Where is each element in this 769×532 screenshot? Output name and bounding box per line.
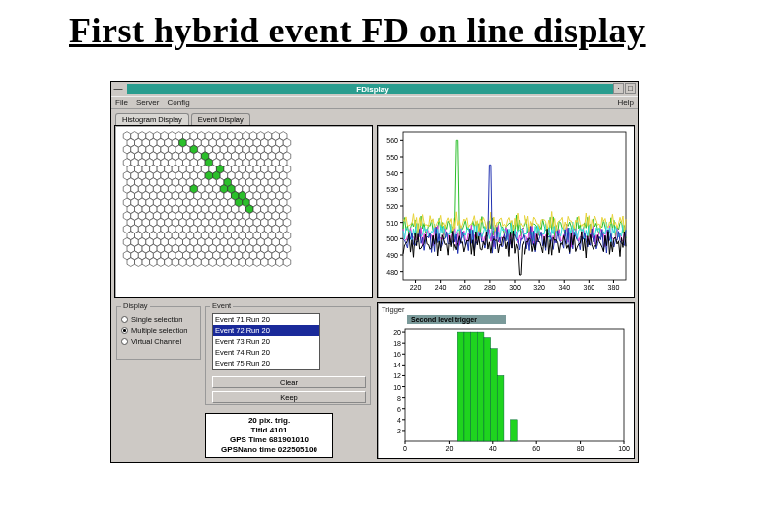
svg-text:2: 2 <box>397 428 401 434</box>
camera-pixel[interactable] <box>231 258 239 267</box>
maximize-icon[interactable]: □ <box>625 83 636 94</box>
menu-help[interactable]: Help <box>618 99 634 107</box>
info-tltid: TltId 4101 <box>210 426 328 435</box>
trigger-bar <box>497 375 504 441</box>
camera-pixel[interactable] <box>201 258 209 267</box>
camera-pixel[interactable] <box>135 258 143 267</box>
tab-histogram-display[interactable]: Histogram Display <box>115 113 189 125</box>
camera-pixel[interactable] <box>224 258 232 267</box>
camera-pixel[interactable] <box>179 258 187 267</box>
list-item[interactable]: Event 72 Run 20 <box>213 325 319 336</box>
svg-text:510: 510 <box>386 220 398 227</box>
svg-text:4: 4 <box>397 417 401 424</box>
trigger-bar <box>471 332 478 441</box>
trigger-bar <box>484 338 491 441</box>
camera-pixel[interactable] <box>216 258 224 267</box>
svg-text:540: 540 <box>386 170 398 177</box>
minimize-icon[interactable]: · <box>613 83 624 94</box>
svg-text:260: 260 <box>459 284 471 291</box>
svg-text:0: 0 <box>403 445 407 452</box>
camera-pixel[interactable] <box>239 258 246 267</box>
radio-virtual-channel[interactable]: Virtual Channel <box>121 337 196 346</box>
window-title: FDisplay <box>127 84 618 94</box>
svg-text:360: 360 <box>583 284 594 291</box>
camera-pixel[interactable] <box>142 258 150 267</box>
clear-button[interactable]: Clear <box>212 376 366 388</box>
camera-pixel[interactable] <box>127 258 135 267</box>
svg-text:520: 520 <box>386 203 398 210</box>
window-titlebar[interactable]: — FDisplay · □ <box>111 82 638 96</box>
svg-text:340: 340 <box>558 284 570 291</box>
svg-text:100: 100 <box>618 445 630 452</box>
svg-text:240: 240 <box>435 284 447 291</box>
svg-text:60: 60 <box>532 445 540 452</box>
trace-panel: 4804905005105205305405505602202402602803… <box>377 125 635 298</box>
camera-pixel[interactable] <box>276 258 284 267</box>
app-window: — FDisplay · □ File Server Config Help H… <box>110 81 639 463</box>
display-groupbox: Display Single selection Multiple select… <box>116 306 201 360</box>
svg-text:550: 550 <box>386 154 398 161</box>
svg-text:14: 14 <box>393 362 401 368</box>
svg-rect-0 <box>403 132 626 280</box>
trigger-bar <box>457 332 464 441</box>
camera-pixel[interactable] <box>261 258 269 267</box>
camera-pixel[interactable] <box>268 258 276 267</box>
list-item[interactable]: Event 71 Run 20 <box>213 314 319 325</box>
camera-pixel[interactable] <box>194 258 202 267</box>
svg-text:220: 220 <box>410 284 422 291</box>
svg-text:8: 8 <box>397 395 401 402</box>
trigger-chart: Second level trigger24681012141618200204… <box>378 315 632 461</box>
svg-text:380: 380 <box>608 284 620 291</box>
camera-pixel[interactable] <box>283 258 291 267</box>
list-item[interactable]: Event 74 Run 20 <box>213 347 319 358</box>
content-area: 4804905005105205305405505602202402602803… <box>114 125 635 459</box>
camera-pixel[interactable] <box>253 258 261 267</box>
svg-text:80: 80 <box>577 445 585 452</box>
trigger-bar <box>464 332 471 441</box>
trigger-bar <box>491 349 498 441</box>
controls-area: Display Single selection Multiple select… <box>114 302 373 459</box>
trigger-bar <box>477 332 484 441</box>
radio-single-selection[interactable]: Single selection <box>121 315 196 324</box>
trigger-group-title: Trigger <box>382 305 404 314</box>
svg-text:280: 280 <box>484 284 496 291</box>
svg-text:40: 40 <box>489 445 497 452</box>
camera-pixel[interactable] <box>165 258 173 267</box>
camera-pixel[interactable] <box>172 258 179 267</box>
tab-event-display[interactable]: Event Display <box>191 113 250 125</box>
list-item[interactable]: Event 73 Run 20 <box>213 336 319 347</box>
trace-chart: 4804905005105205305405505602202402602803… <box>378 126 632 297</box>
camera-pixel[interactable] <box>186 258 194 267</box>
svg-text:560: 560 <box>386 137 398 144</box>
camera-pixel[interactable] <box>157 258 165 267</box>
event-group-title: Event <box>210 301 233 310</box>
camera-pixel[interactable] <box>246 258 254 267</box>
display-group-title: Display <box>121 301 150 310</box>
svg-text:18: 18 <box>393 340 401 347</box>
event-groupbox: Event Event 71 Run 20Event 72 Run 20Even… <box>205 306 371 405</box>
camera-pixel[interactable] <box>150 258 158 267</box>
camera-pixel[interactable] <box>209 258 217 267</box>
keep-button[interactable]: Keep <box>212 391 366 403</box>
event-listbox[interactable]: Event 71 Run 20Event 72 Run 20Event 73 R… <box>212 313 320 370</box>
svg-text:320: 320 <box>533 284 545 291</box>
svg-text:300: 300 <box>509 284 521 291</box>
menu-config[interactable]: Config <box>167 99 189 107</box>
info-pix-trig: 20 pix. trig. <box>210 416 328 426</box>
menu-server[interactable]: Server <box>136 99 160 107</box>
camera-panel <box>114 125 373 298</box>
system-menu-icon[interactable]: — <box>111 82 125 96</box>
list-item[interactable]: Event 75 Run 20 <box>213 358 319 368</box>
svg-text:10: 10 <box>393 384 401 391</box>
list-item[interactable]: Event 76 Run 20 <box>213 368 319 370</box>
radio-multiple-selection[interactable]: Multiple selection <box>121 326 196 335</box>
svg-text:12: 12 <box>393 372 401 379</box>
trigger-bar <box>511 420 518 441</box>
trigger-panel: Trigger Second level trigger246810121416… <box>377 302 635 459</box>
menubar: File Server Config Help <box>111 96 638 109</box>
info-gps-nano: GPSNano time 022505100 <box>210 445 328 455</box>
tab-bar: Histogram Display Event Display <box>111 109 638 125</box>
svg-text:20: 20 <box>393 329 401 336</box>
camera-hex-grid[interactable] <box>115 126 372 297</box>
menu-file[interactable]: File <box>115 99 128 107</box>
